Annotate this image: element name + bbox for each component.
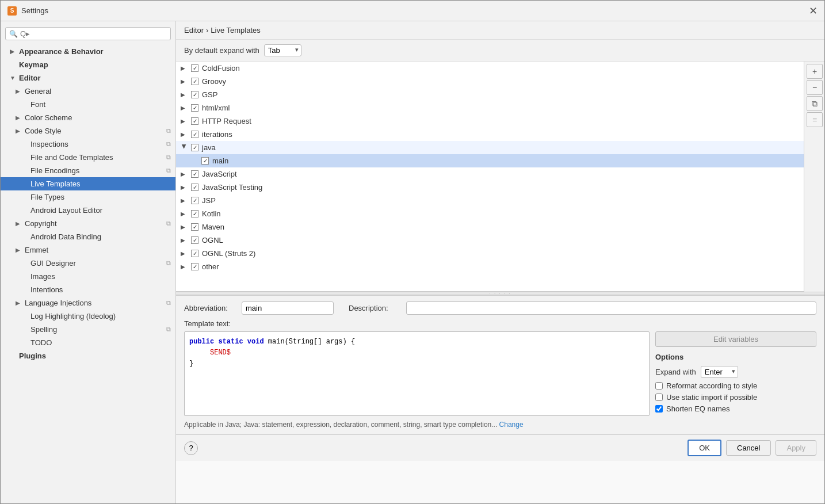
template-code-area: public static void main(String[] args) {…: [184, 331, 816, 416]
add-template-button[interactable]: +: [807, 64, 823, 79]
chevron-icon: ▶: [181, 237, 188, 243]
chevron-icon: ▶: [181, 184, 188, 190]
group-label: OGNL: [202, 236, 223, 245]
search-input[interactable]: [20, 29, 167, 38]
help-button[interactable]: ?: [184, 441, 198, 455]
template-group-kotlin[interactable]: ▶ Kotlin: [176, 207, 804, 220]
sidebar-item-images[interactable]: Images: [1, 270, 175, 283]
sidebar-item-spelling[interactable]: Spelling ⧉: [1, 323, 175, 336]
group-checkbox[interactable]: [191, 223, 198, 231]
sidebar-item-keymap[interactable]: Keymap: [1, 58, 175, 71]
sidebar-item-label: TODO: [30, 338, 52, 347]
sidebar-item-file-types[interactable]: File Types: [1, 190, 175, 204]
group-checkbox[interactable]: [191, 170, 198, 178]
cancel-button[interactable]: Cancel: [726, 440, 771, 456]
group-checkbox[interactable]: [191, 210, 198, 217]
copy-icon: ⧉: [166, 220, 171, 227]
chevron-icon: ▶: [181, 78, 188, 85]
close-button[interactable]: ✕: [809, 6, 818, 16]
group-checkbox[interactable]: [191, 184, 198, 191]
template-group-gsp[interactable]: ▶ GSP: [176, 88, 804, 101]
sidebar-item-android-data[interactable]: Android Data Binding: [1, 230, 175, 243]
group-checkbox[interactable]: [191, 104, 198, 112]
sidebar-item-plugins[interactable]: Plugins: [1, 349, 175, 362]
sidebar-item-label: Font: [30, 100, 45, 109]
group-checkbox[interactable]: [191, 117, 198, 125]
sidebar-item-intentions[interactable]: Intentions: [1, 283, 175, 296]
sidebar-item-general[interactable]: ▶ General: [1, 85, 175, 98]
template-group-http-request[interactable]: ▶ HTTP Request: [176, 114, 804, 128]
group-checkbox[interactable]: [191, 197, 198, 204]
template-group-maven[interactable]: ▶ Maven: [176, 220, 804, 234]
group-checkbox[interactable]: [191, 64, 198, 72]
app-icon: S: [7, 6, 17, 16]
expand-select[interactable]: Tab Enter Space: [264, 44, 301, 56]
template-group-ognl-struts[interactable]: ▶ OGNL (Struts 2): [176, 247, 804, 260]
chevron-icon: ▶: [16, 300, 21, 306]
sidebar-item-todo[interactable]: TODO: [1, 336, 175, 349]
keyword-static: static: [218, 338, 243, 346]
group-checkbox[interactable]: [191, 250, 198, 257]
edit-variables-button[interactable]: Edit variables: [655, 331, 816, 347]
move-template-button[interactable]: ≡: [807, 112, 823, 127]
sidebar-item-inspections[interactable]: Inspections ⧉: [1, 138, 175, 151]
sidebar-item-emmet[interactable]: ▶ Emmet: [1, 243, 175, 257]
description-input[interactable]: [406, 301, 816, 315]
template-group-coldfusion[interactable]: ▶ ColdFusion: [176, 62, 804, 75]
chevron-icon: ▶: [16, 220, 21, 227]
static-import-label: Use static import if possible: [666, 393, 757, 402]
sidebar-item-editor[interactable]: ▼ Editor: [1, 71, 175, 85]
breadcrumb-sep: ›: [206, 26, 208, 35]
copy-template-button[interactable]: ⧉: [807, 96, 823, 111]
template-group-ognl[interactable]: ▶ OGNL: [176, 234, 804, 247]
chevron-icon: ▶: [181, 118, 188, 124]
sidebar-item-log-highlight[interactable]: Log Highlighting (Ideolog): [1, 310, 175, 323]
template-group-iterations[interactable]: ▶ iterations: [176, 128, 804, 141]
sidebar-item-lang-inject[interactable]: ▶ Language Injections ⧉: [1, 296, 175, 310]
group-checkbox[interactable]: [191, 144, 198, 151]
reformat-label: Reformat according to style: [666, 381, 757, 390]
template-group-javascript[interactable]: ▶ JavaScript: [176, 167, 804, 181]
sidebar-item-appearance[interactable]: ▶ Appearance & Behavior: [1, 45, 175, 58]
item-checkbox[interactable]: [201, 157, 209, 165]
sidebar-item-label: Images: [30, 272, 55, 281]
sidebar-item-file-encodings[interactable]: File Encodings ⧉: [1, 164, 175, 177]
search-box[interactable]: 🔍: [5, 27, 171, 40]
sidebar-item-font[interactable]: Font: [1, 98, 175, 111]
sidebar-item-gui-designer[interactable]: GUI Designer ⧉: [1, 257, 175, 270]
remove-template-button[interactable]: −: [807, 80, 823, 95]
template-list-area: ▶ ColdFusion ▶ Groovy ▶ GSP: [176, 62, 824, 292]
change-link[interactable]: Change: [499, 421, 524, 429]
sidebar-item-copyright[interactable]: ▶ Copyright ⧉: [1, 217, 175, 230]
template-group-other[interactable]: ▶ other: [176, 260, 804, 273]
chevron-icon: ▶: [10, 48, 16, 55]
shorten-eq-checkbox[interactable]: [655, 405, 663, 413]
group-checkbox[interactable]: [191, 263, 198, 270]
group-checkbox[interactable]: [191, 91, 198, 98]
group-checkbox[interactable]: [191, 131, 198, 138]
sidebar-item-android-layout[interactable]: Android Layout Editor: [1, 204, 175, 217]
apply-button[interactable]: Apply: [776, 440, 816, 456]
sidebar-item-live-templates[interactable]: Live Templates: [1, 177, 175, 190]
code-editor[interactable]: public static void main(String[] args) {…: [184, 331, 650, 416]
keyword-void: void: [247, 338, 264, 346]
sidebar-item-color-scheme[interactable]: ▶ Color Scheme: [1, 111, 175, 124]
sidebar-item-label: Android Data Binding: [30, 232, 101, 241]
template-group-js-testing[interactable]: ▶ JavaScript Testing: [176, 181, 804, 194]
sidebar-item-file-code-templates[interactable]: File and Code Templates ⧉: [1, 151, 175, 164]
expand-with-select[interactable]: Enter Tab Space: [701, 366, 738, 378]
reformat-checkbox[interactable]: [655, 382, 663, 390]
sidebar-item-label: Log Highlighting (Ideolog): [30, 312, 116, 320]
ok-button[interactable]: OK: [688, 440, 721, 456]
template-group-groovy[interactable]: ▶ Groovy: [176, 75, 804, 88]
group-checkbox[interactable]: [191, 236, 198, 244]
template-group-html-xml[interactable]: ▶ html/xml: [176, 101, 804, 114]
sidebar-item-code-style[interactable]: ▶ Code Style ⧉: [1, 124, 175, 138]
chevron-icon: ▶: [16, 114, 21, 121]
template-group-java[interactable]: ▶ java: [176, 141, 804, 154]
abbreviation-input[interactable]: [242, 301, 334, 315]
template-item-main[interactable]: main: [176, 154, 804, 167]
template-group-jsp[interactable]: ▶ JSP: [176, 194, 804, 207]
static-import-checkbox[interactable]: [655, 394, 663, 401]
group-checkbox[interactable]: [191, 78, 198, 85]
